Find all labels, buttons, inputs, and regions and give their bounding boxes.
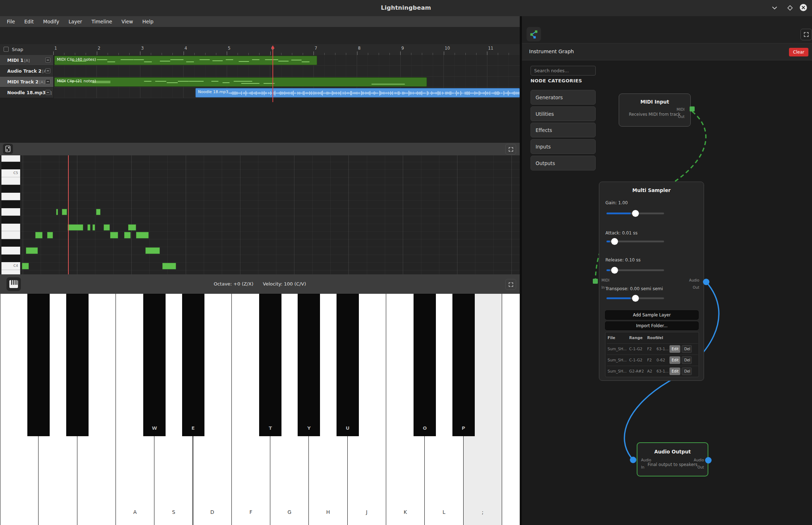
piano-roll-playhead[interactable] bbox=[68, 155, 69, 274]
black-key-Y[interactable]: Y bbox=[298, 294, 320, 436]
midi-note[interactable] bbox=[35, 232, 42, 238]
attack-slider-thumb[interactable] bbox=[611, 238, 618, 245]
midi-note[interactable] bbox=[104, 224, 110, 231]
black-key-O[interactable]: O bbox=[414, 294, 436, 436]
audio-output-node[interactable]: Audio Output Final output to speakers Au… bbox=[637, 442, 708, 476]
piano-roll-grid[interactable]: C5C4 bbox=[0, 155, 520, 274]
mini-black-key[interactable] bbox=[1, 216, 20, 224]
mini-white-key[interactable] bbox=[1, 231, 20, 239]
track-header[interactable]: Noodle 18.mp3[A] bbox=[0, 87, 54, 98]
audio-output-out-port[interactable] bbox=[705, 457, 712, 464]
midi-note[interactable] bbox=[93, 224, 95, 231]
midi-note[interactable] bbox=[68, 224, 83, 231]
delete-sample-button[interactable]: Del bbox=[682, 345, 692, 353]
release-slider-thumb[interactable] bbox=[611, 267, 618, 274]
release-slider[interactable] bbox=[606, 269, 664, 271]
midi-note[interactable] bbox=[47, 232, 53, 238]
black-key-P[interactable]: P bbox=[452, 294, 475, 436]
maximize-icon[interactable] bbox=[786, 4, 794, 12]
midi-note[interactable] bbox=[26, 247, 38, 254]
mini-black-key[interactable] bbox=[1, 200, 20, 208]
black-key-T[interactable]: T bbox=[259, 294, 281, 436]
multi-sampler-node[interactable]: Multi Sampler Gain: 1.00Attack: 0.01 ssR… bbox=[599, 182, 704, 381]
delete-sample-button[interactable]: Del bbox=[682, 356, 692, 364]
midi-note[interactable] bbox=[22, 263, 29, 269]
mini-white-key[interactable]: C5 bbox=[1, 169, 20, 177]
menu-item-edit[interactable]: Edit bbox=[20, 16, 39, 27]
track-header[interactable]: Audio Track 2[A] bbox=[0, 66, 54, 77]
mini-white-key[interactable] bbox=[1, 270, 20, 275]
midi-note[interactable] bbox=[56, 209, 58, 215]
mini-black-key[interactable] bbox=[1, 255, 20, 262]
keyboard-fullscreen-button[interactable] bbox=[505, 279, 516, 290]
mini-black-key[interactable] bbox=[1, 185, 20, 193]
menu-item-modify[interactable]: Modify bbox=[39, 16, 64, 27]
track-checkbox[interactable] bbox=[45, 58, 50, 63]
track-checkbox[interactable] bbox=[45, 68, 50, 73]
mini-white-key[interactable] bbox=[1, 224, 20, 232]
piano-roll-fullscreen-button[interactable] bbox=[505, 144, 516, 155]
midi-note[interactable] bbox=[96, 209, 100, 215]
edit-sample-button[interactable]: Edit bbox=[669, 368, 680, 375]
delete-sample-button[interactable]: Del bbox=[682, 368, 692, 375]
midi-note[interactable] bbox=[162, 263, 176, 269]
add-sample-layer-button[interactable]: Add Sample Layer bbox=[605, 310, 699, 320]
track-lane[interactable] bbox=[0, 66, 520, 77]
midi-note[interactable] bbox=[136, 232, 149, 238]
track-checkbox[interactable] bbox=[45, 79, 50, 84]
menu-item-timeline[interactable]: Timeline bbox=[87, 16, 117, 27]
edit-sample-button[interactable]: Edit bbox=[669, 345, 680, 353]
track-header[interactable]: MIDI 1[A] bbox=[0, 55, 54, 66]
audio-clip[interactable]: Noodle 18.mp3 bbox=[195, 88, 520, 97]
timeline-lanes[interactable]: MIDI Clip (40 notes)MIDI Clip (21 notes)… bbox=[0, 55, 520, 98]
midi-clip[interactable]: MIDI Clip (21 notes) bbox=[54, 77, 427, 87]
mini-black-key[interactable] bbox=[1, 239, 20, 247]
midi-clip[interactable]: MIDI Clip (40 notes) bbox=[54, 56, 317, 65]
minimize-icon[interactable] bbox=[771, 4, 779, 12]
track-header-selected[interactable]: MIDI Track 2[A] bbox=[0, 77, 54, 87]
sampler-midi-in-port[interactable] bbox=[593, 279, 598, 284]
mini-black-key[interactable] bbox=[1, 162, 20, 170]
transpose-slider-thumb[interactable] bbox=[632, 295, 639, 302]
midi-note[interactable] bbox=[124, 232, 131, 238]
close-icon[interactable] bbox=[799, 3, 807, 11]
midi-input-out-port[interactable] bbox=[690, 106, 695, 111]
black-key[interactable] bbox=[66, 294, 89, 436]
transpose-slider[interactable] bbox=[606, 297, 664, 299]
white-key[interactable] bbox=[502, 294, 520, 525]
piano-roll-layout-button[interactable] bbox=[3, 144, 13, 154]
snap-checkbox[interactable] bbox=[4, 47, 9, 52]
mini-white-key[interactable]: C4 bbox=[1, 262, 20, 270]
midi-note[interactable] bbox=[110, 232, 118, 238]
mini-white-key[interactable] bbox=[1, 208, 20, 216]
midi-note[interactable] bbox=[128, 224, 136, 231]
black-key-E[interactable]: E bbox=[182, 294, 204, 436]
gain-slider-thumb[interactable] bbox=[632, 210, 639, 217]
midi-note[interactable] bbox=[87, 224, 90, 231]
mini-white-key[interactable] bbox=[1, 247, 20, 255]
menu-item-view[interactable]: View bbox=[117, 16, 138, 27]
midi-note[interactable] bbox=[62, 209, 67, 215]
midi-note[interactable] bbox=[145, 247, 160, 254]
menu-item-help[interactable]: Help bbox=[138, 16, 158, 27]
black-key-U[interactable]: U bbox=[337, 294, 359, 436]
sampler-audio-out-port[interactable] bbox=[703, 279, 709, 285]
timeline-ruler[interactable]: Snap 1234567891011 bbox=[0, 44, 520, 55]
black-key-W[interactable]: W bbox=[143, 294, 166, 436]
mini-white-key[interactable] bbox=[1, 155, 20, 162]
playhead-marker[interactable] bbox=[271, 45, 275, 49]
black-key[interactable] bbox=[27, 294, 50, 436]
import-folder-button[interactable]: Import Folder... bbox=[605, 321, 699, 330]
track-lane[interactable]: MIDI Clip (21 notes) bbox=[0, 77, 520, 87]
gain-slider[interactable] bbox=[606, 213, 664, 214]
edit-sample-button[interactable]: Edit bbox=[669, 356, 680, 364]
menu-item-file[interactable]: File bbox=[2, 16, 20, 27]
track-lane[interactable]: MIDI Clip (40 notes) bbox=[0, 55, 520, 66]
track-lane[interactable]: Noodle 18.mp3 bbox=[0, 87, 520, 98]
menu-item-layer[interactable]: Layer bbox=[64, 16, 87, 27]
mini-white-key[interactable] bbox=[1, 193, 20, 201]
attack-slider[interactable] bbox=[606, 241, 664, 242]
track-checkbox[interactable] bbox=[45, 90, 50, 95]
audio-output-in-port[interactable] bbox=[630, 457, 636, 463]
midi-input-node[interactable]: MIDI Input Receives MIDI from track MIDI… bbox=[619, 93, 691, 127]
